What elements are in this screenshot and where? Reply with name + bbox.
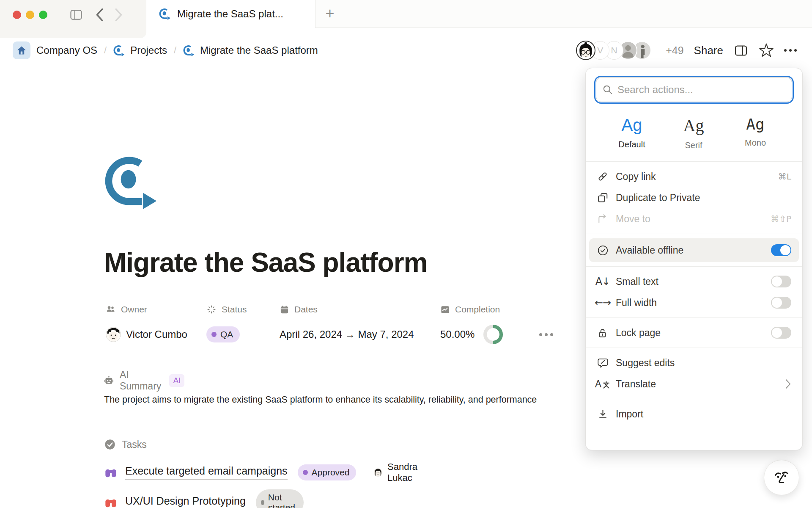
menu-item-small-text[interactable]: A↓ Small text [586, 271, 802, 292]
menu-item-available-offline[interactable]: Available offline [589, 238, 799, 262]
breadcrumb-separator: / [173, 45, 177, 56]
breadcrumb-item-company-os[interactable]: Company OS [36, 44, 97, 56]
chart-icon [440, 305, 450, 315]
task-row: Execute targeted email campaigns Approve… [104, 461, 422, 483]
minimize-window-button[interactable] [26, 11, 34, 19]
owner-avatar [106, 327, 121, 342]
completion-property-label[interactable]: Completion [440, 304, 539, 315]
available-offline-toggle[interactable] [771, 244, 791, 256]
status-value[interactable]: QA [206, 324, 280, 345]
header-actions: V N +49 Share [576, 41, 797, 60]
sidebar-toggle-icon[interactable] [68, 8, 85, 21]
menu-item-copy-link[interactable]: Copy link ⌘L [586, 166, 802, 187]
open-side-panel-icon[interactable] [733, 44, 749, 57]
menu-divider [586, 348, 802, 348]
window-tab-bar: Migrate the SaaS plat... + [0, 0, 812, 28]
breadcrumb: Company OS / Projects / Migrate the SaaS… [13, 41, 318, 59]
status-property-label[interactable]: Status [206, 304, 280, 315]
zoom-window-button[interactable] [39, 11, 47, 19]
tasks-header: Tasks [104, 439, 147, 450]
favorite-star-icon[interactable] [759, 43, 774, 58]
progress-ring [483, 324, 503, 345]
menu-item-highlight: Available offline [589, 238, 799, 262]
page-options-menu: Ag Default Ag Serif Ag Mono Copy link ⌘L… [585, 68, 803, 450]
new-tab-button[interactable]: + [321, 4, 339, 23]
avatar [576, 41, 595, 60]
menu-divider [586, 266, 802, 267]
task-assignee[interactable]: Sandra Lukac [374, 461, 422, 483]
assignee-avatar [374, 466, 382, 479]
more-options-button[interactable] [784, 49, 797, 52]
unlock-icon [597, 327, 609, 338]
page-title[interactable]: Migrate the SaaS platform [104, 247, 428, 278]
status-burst-icon [206, 304, 217, 315]
project-icon [113, 45, 125, 56]
tab-strip-background [315, 0, 812, 28]
shortcut-hint: ⌘⇧P [771, 214, 791, 224]
owner-value[interactable]: Victor Cumbo [106, 324, 206, 345]
dates-value[interactable]: April 26, 2024 → May 7, 2024 [280, 324, 440, 345]
submenu-chevron-icon [785, 378, 791, 389]
menu-divider [586, 399, 802, 399]
menu-item-move-to[interactable]: Move to ⌘⇧P [586, 208, 802, 229]
search-actions-input[interactable] [617, 84, 786, 96]
full-width-icon: ←→ [597, 298, 609, 308]
avatar-overflow-count[interactable]: +49 [666, 44, 683, 57]
font-option-default[interactable]: Ag Default [601, 116, 663, 150]
binoculars-icon [104, 466, 118, 479]
full-width-toggle[interactable] [771, 297, 791, 309]
menu-item-suggest-edits[interactable]: Suggest edits [586, 352, 802, 373]
task-link[interactable]: UX/UI Design Prototyping [125, 495, 246, 508]
owner-property-label[interactable]: Owner [106, 304, 206, 315]
search-actions-box[interactable] [596, 77, 792, 102]
task-row: UX/UI Design Prototyping Not started [104, 489, 304, 508]
property-overflow-button[interactable] [539, 304, 553, 345]
font-option-serif[interactable]: Ag Serif [663, 116, 724, 150]
menu-item-duplicate-to-private[interactable]: Duplicate to Private [586, 187, 802, 208]
notion-ai-button[interactable] [764, 460, 799, 495]
breadcrumb-separator: / [103, 45, 107, 56]
task-status-pill[interactable]: Not started [256, 489, 304, 508]
link-icon [597, 171, 609, 182]
menu-item-lock-page[interactable]: Lock page [586, 322, 802, 343]
home-icon[interactable] [13, 41, 30, 59]
tab-title: Migrate the SaaS plat... [177, 8, 283, 20]
search-icon [602, 84, 613, 95]
dates-property-label[interactable]: Dates [280, 304, 440, 315]
status-pill: QA [206, 326, 240, 342]
menu-divider [586, 234, 802, 234]
small-text-toggle[interactable] [771, 276, 791, 287]
ai-summary-text[interactable]: The project aims to migrate the existing… [104, 395, 537, 405]
menu-item-import[interactable]: Import [586, 403, 802, 425]
robot-icon [104, 375, 114, 387]
completion-value[interactable]: 50.00% [440, 324, 539, 345]
calendar-icon [280, 305, 289, 315]
page-project-icon[interactable] [104, 155, 158, 209]
small-text-icon: A↓ [597, 276, 609, 287]
ai-face-icon [771, 467, 792, 488]
project-icon [159, 8, 171, 20]
task-status-pill[interactable]: Approved [298, 464, 357, 480]
check-circle-outline-icon [597, 245, 609, 256]
binoculars-icon [104, 496, 118, 508]
menu-item-full-width[interactable]: ←→ Full width [586, 292, 802, 313]
forward-button[interactable] [114, 8, 123, 22]
breadcrumb-item-projects[interactable]: Projects [113, 44, 167, 56]
property-row: Owner Victor Cumbo [106, 304, 553, 345]
window-controls-area [0, 0, 146, 38]
shortcut-hint: ⌘L [778, 171, 791, 182]
back-button[interactable] [95, 8, 104, 22]
lock-page-toggle[interactable] [771, 327, 791, 339]
active-tab[interactable]: Migrate the SaaS plat... [146, 0, 315, 28]
import-icon [597, 409, 609, 420]
ai-summary-label: AI Summary [120, 369, 164, 392]
menu-item-translate[interactable]: A Translate [586, 373, 802, 395]
close-window-button[interactable] [13, 11, 21, 19]
font-option-mono[interactable]: Ag Mono [724, 116, 786, 150]
task-link[interactable]: Execute targeted email campaigns [125, 465, 288, 480]
ai-summary-header: AI Summary AI [104, 369, 184, 392]
avatar-stack[interactable]: V N [576, 41, 651, 60]
breadcrumb-item-current-page[interactable]: Migrate the SaaS platform [183, 44, 318, 56]
share-button[interactable]: Share [694, 44, 723, 57]
menu-divider [586, 161, 802, 162]
